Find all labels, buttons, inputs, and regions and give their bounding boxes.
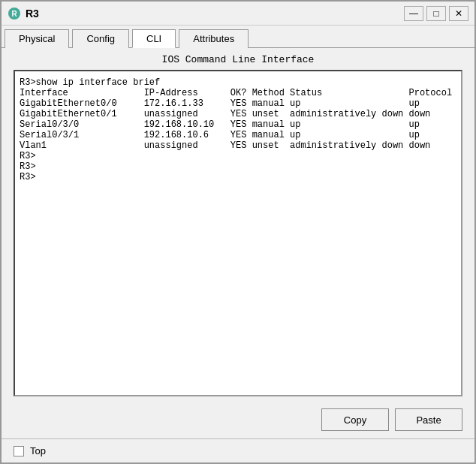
copy-button[interactable]: Copy bbox=[321, 408, 389, 431]
cli-wrapper: R3>show ip interface brief Interface IP-… bbox=[2, 70, 474, 402]
title-bar: R R3 — □ ✕ bbox=[2, 2, 474, 26]
section-title: IOS Command Line Interface bbox=[2, 48, 474, 70]
cli-terminal[interactable]: R3>show ip interface brief Interface IP-… bbox=[14, 70, 462, 396]
minimize-button[interactable]: — bbox=[404, 6, 423, 21]
window-controls: — □ ✕ bbox=[404, 6, 468, 21]
app-icon: R bbox=[8, 7, 21, 20]
tab-cli[interactable]: CLI bbox=[132, 29, 176, 48]
maximize-button[interactable]: □ bbox=[426, 6, 446, 21]
paste-button[interactable]: Paste bbox=[395, 408, 462, 431]
top-label: Top bbox=[30, 445, 46, 456]
close-button[interactable]: ✕ bbox=[449, 6, 468, 21]
tab-physical[interactable]: Physical bbox=[5, 29, 69, 48]
bottom-bar: Top bbox=[2, 438, 474, 462]
tab-attributes[interactable]: Attributes bbox=[179, 29, 249, 48]
main-window: R R3 — □ ✕ Physical Config CLI Attribute… bbox=[0, 0, 476, 464]
svg-text:R: R bbox=[11, 10, 17, 18]
tab-config[interactable]: Config bbox=[72, 29, 129, 48]
top-checkbox[interactable] bbox=[14, 446, 24, 456]
button-row: Copy Paste bbox=[2, 402, 474, 438]
window-title: R3 bbox=[26, 8, 39, 20]
tab-bar: Physical Config CLI Attributes bbox=[2, 26, 474, 48]
title-bar-left: R R3 bbox=[8, 7, 39, 20]
